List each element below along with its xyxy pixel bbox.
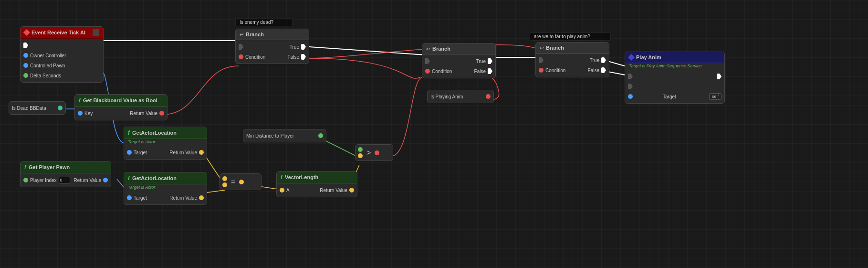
a-label: A [286, 188, 290, 193]
owner-controller-pin [23, 53, 28, 58]
event-tick-header: Event Receive Tick AI [21, 27, 103, 39]
get-actor-loc1-subtitle: Target is Actor [124, 139, 207, 146]
branch3-header: ↩ Branch [536, 43, 609, 54]
is-dead-row: Is Dead BBData [12, 104, 63, 112]
branch1-condition-row: Condition False [239, 53, 306, 61]
branch2-node: ↩ Branch True Condition False [422, 43, 496, 78]
get-bb-header: f Get Blackboard Value as Bool [75, 95, 167, 107]
min-distance-node: Min Distance to Player [243, 129, 326, 142]
get-player-pawn-header: f Get Player Pawn [21, 161, 111, 173]
delta-seconds-row: Delta Seconds [23, 71, 100, 80]
get-actor-loc2-subtitle: Target is Actor [124, 184, 207, 191]
is-dead-label: Is Dead BBData [12, 106, 46, 111]
func-icon: f [79, 97, 81, 104]
branch1-node: ↩ Branch True Condition False [235, 29, 309, 64]
play-anim-exec1-row [628, 72, 722, 81]
play-anim-subtitle: Target is Play Anim Sequence Service [625, 63, 724, 70]
branch3-true-label: True [590, 58, 599, 63]
branch3-false-label: False [588, 68, 599, 73]
get-actor-loc2-node: f GetActorLocation Target is Actor Targe… [124, 172, 207, 205]
is-playing-pin [486, 94, 491, 99]
get-bb-title: Get Blackboard Value as Bool [83, 97, 157, 103]
branch3-exec-in [539, 57, 544, 63]
subtract-op: = [229, 178, 237, 186]
branch1-cond-pin [239, 54, 243, 59]
player-index-pin [23, 178, 28, 182]
is-playing-label: Is Playing Anim [430, 94, 463, 99]
greater-than-node: > [355, 144, 393, 161]
get-player-pawn-title: Get Player Pawn [29, 164, 70, 170]
controlled-pawn-pin [23, 63, 28, 68]
play-anim-icon [628, 54, 635, 61]
gt-in2 [358, 153, 363, 158]
actor-loc2-target-pin [127, 195, 132, 200]
branch1-body: True Condition False [236, 40, 309, 64]
branch1-false-pin [301, 54, 306, 60]
return-value-label: Return Value [130, 111, 157, 116]
get-bb-body: Key Return Value [75, 107, 167, 120]
player-index-label: Player Index [30, 178, 57, 183]
get-actor-loc2-title: GetActorLocation [132, 175, 177, 181]
subtract-row: = [222, 176, 259, 187]
branch2-icon: ↩ [426, 46, 430, 52]
gt-in1 [358, 147, 363, 152]
actor-loc2-return-label: Return Value [169, 195, 197, 201]
return-value-label2: Return Value [74, 178, 102, 183]
branch2-condition-row: Condition False [425, 67, 492, 75]
event-receive-tick-node: Event Receive Tick AI Owner Controller C… [20, 26, 104, 83]
branch2-false-label: False [474, 69, 486, 74]
get-bb-bool-node: f Get Blackboard Value as Bool Key Retur… [74, 94, 167, 120]
vector-length-header: f VectorLength [277, 172, 357, 183]
branch2-title: Branch [432, 46, 450, 52]
player-index-input[interactable] [59, 177, 70, 183]
owner-controller-row: Owner Controller [23, 51, 100, 60]
branch3-icon: ↩ [540, 45, 544, 51]
event-tick-title: Event Receive Tick AI [31, 30, 85, 35]
vector-length-body: A Return Value [277, 183, 357, 197]
actor-loc1-target-label: Target [134, 150, 147, 155]
play-anim-target-row: Target self [628, 92, 722, 101]
greater-than-row: > [358, 147, 390, 158]
min-distance-pin [318, 133, 323, 138]
branch3-title: Branch [546, 45, 564, 51]
event-options-icon [93, 29, 99, 36]
actor-loc2-return-pin [199, 195, 204, 200]
actor-loc2-target-label: Target [134, 195, 147, 201]
branch2-false-pin [488, 68, 492, 74]
get-player-pawn-node: f Get Player Pawn Player Index Return Va… [20, 161, 111, 187]
controlled-pawn-row: Controlled Pawn [23, 61, 100, 70]
subtract-body: = [220, 174, 261, 190]
get-actor-loc2-header: f GetActorLocation [124, 172, 207, 184]
func-icon3: f [24, 164, 26, 171]
event-icon [23, 29, 30, 36]
subtract-out [239, 180, 244, 184]
gt-out [375, 150, 379, 155]
min-distance-body: Min Distance to Player [243, 129, 326, 142]
condition-label: Condition [245, 54, 265, 60]
branch3-cond-pin [539, 68, 544, 73]
true-label: True [290, 44, 299, 50]
branch1-header: ↩ Branch [236, 29, 309, 40]
branch2-true-pin [488, 58, 492, 64]
branch1-exec-row: True [239, 43, 306, 51]
min-distance-row: Min Distance to Player [246, 131, 323, 140]
play-anim-exec2-row [628, 82, 722, 91]
play-anim-exec-out [717, 74, 722, 79]
get-actor-loc1-body: Target Return Value [124, 146, 207, 159]
get-actor-loc2-row: Target Return Value [127, 193, 204, 202]
branch2-cond-pin [425, 69, 430, 74]
get-actor-loc1-node: f GetActorLocation Target is Actor Targe… [124, 127, 207, 160]
play-anim-body: Target self [625, 70, 724, 103]
play-anim-node: Play Anim Target is Play Anim Sequence S… [625, 52, 725, 104]
branch2-condition-label: Condition [432, 69, 452, 74]
false-label: False [288, 54, 299, 60]
get-player-pawn-body: Player Index Return Value [21, 173, 111, 187]
get-actor-loc1-row: Target Return Value [127, 148, 204, 157]
branch3-condition-row: Condition False [539, 66, 606, 75]
is-playing-anim-node: Is Playing Anim [427, 90, 494, 103]
vector-length-title: VectorLength [285, 174, 318, 180]
vec-return-pin [349, 188, 354, 193]
owner-controller-label: Owner Controller [30, 53, 66, 58]
play-anim-target-label: Target [663, 94, 676, 99]
vec-return-label: Return Value [320, 188, 347, 193]
